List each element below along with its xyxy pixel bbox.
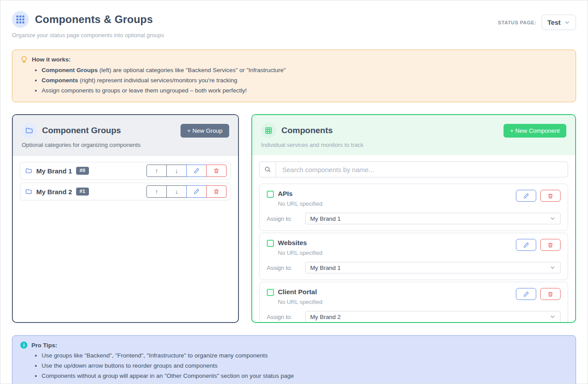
component-card: Websites No URL specified [259, 233, 568, 280]
delete-group-button[interactable] [206, 185, 227, 198]
group-name: My Brand 1 [36, 167, 72, 175]
component-actions [516, 288, 561, 300]
panels-row: Component Groups + New Group Optional ca… [12, 114, 576, 323]
groups-panel-subtitle: Optional categories for organizing compo… [22, 142, 229, 148]
search-components-input[interactable] [276, 161, 568, 177]
component-checkbox[interactable] [267, 289, 274, 296]
groups-panel-title: Component Groups [42, 126, 121, 135]
edit-component-button[interactable] [516, 288, 536, 300]
group-actions: ↑ ↓ [146, 185, 227, 198]
down-arrow-icon: ↓ [175, 188, 178, 195]
header-right: STATUS PAGE: Test [498, 15, 576, 30]
page-subtitle: Organize your status page components int… [12, 32, 164, 38]
how-it-works-item: Assign components to groups or leave the… [42, 85, 568, 96]
edit-group-button[interactable] [186, 185, 207, 198]
component-name: APIs [278, 190, 323, 197]
pro-tips-item: Components without a group will appear i… [42, 371, 568, 381]
components-list: APIs No URL specified [252, 155, 575, 322]
groups-panel-header: Component Groups + New Group Optional ca… [13, 115, 238, 156]
move-group-up-button[interactable]: ↑ [146, 165, 167, 177]
how-it-works-list: Component Groups (left) are optional cat… [42, 65, 568, 96]
pro-tips-item: Use groups like "Backend", "Frontend", "… [42, 350, 568, 361]
trash-icon [213, 168, 219, 174]
up-arrow-icon: ↑ [155, 167, 158, 174]
trash-icon [547, 291, 553, 297]
edit-component-button[interactable] [516, 239, 536, 251]
pro-tips-callout: i Pro Tips: Use groups like "Backend", "… [12, 335, 576, 384]
component-actions [516, 239, 561, 251]
component-url-status: No URL specified [278, 250, 323, 256]
component-actions [516, 190, 561, 202]
chevron-down-icon [564, 19, 570, 26]
assign-group-select[interactable]: My Brand 1 [305, 213, 561, 224]
components-panel-title: Components [281, 126, 333, 135]
new-component-button[interactable]: + New Component [503, 124, 566, 138]
assign-to-label: Assign to: [267, 314, 305, 320]
component-groups-panel: Component Groups + New Group Optional ca… [12, 114, 239, 323]
move-group-down-button[interactable]: ↓ [166, 165, 187, 177]
component-checkbox[interactable] [267, 191, 274, 198]
group-row: My Brand 1 #0 ↑ ↓ [20, 162, 231, 180]
how-it-works-callout: How it works: Component Groups (left) ar… [12, 50, 576, 102]
pro-tips-item: Use the up/down arrow buttons to reorder… [42, 361, 568, 371]
component-name: Websites [278, 239, 323, 246]
status-page-select[interactable]: Test [542, 15, 576, 30]
page-header: Components & Groups Organize your status… [12, 11, 576, 38]
page-title: Components & Groups [35, 13, 153, 26]
chevron-down-icon [550, 314, 556, 320]
component-card: Client Portal No URL specified [259, 282, 568, 322]
search-row [259, 161, 568, 177]
assign-to-label: Assign to: [267, 265, 305, 271]
grid-icon [261, 123, 276, 138]
assign-to-label: Assign to: [267, 215, 305, 222]
delete-component-button[interactable] [540, 288, 561, 300]
folder-icon [25, 167, 32, 174]
down-arrow-icon: ↓ [175, 167, 178, 174]
delete-component-button[interactable] [540, 239, 561, 251]
status-page-label: STATUS PAGE: [498, 20, 537, 25]
how-it-works-title: How it works: [32, 56, 71, 63]
group-order-badge: #0 [76, 167, 89, 175]
folder-icon [22, 123, 37, 138]
header-left: Components & Groups Organize your status… [12, 11, 164, 38]
component-checkbox[interactable] [267, 240, 274, 247]
delete-component-button[interactable] [540, 190, 561, 202]
component-card: APIs No URL specified [259, 184, 568, 231]
pencil-icon [523, 291, 529, 297]
lightbulb-icon [20, 56, 28, 63]
search-icon [259, 161, 276, 177]
how-it-works-item: Component Groups (left) are optional cat… [42, 65, 568, 75]
group-row: My Brand 2 #1 ↑ ↓ [20, 183, 231, 200]
how-it-works-item: Components (right) represent individual … [42, 75, 568, 85]
info-icon: i [20, 342, 27, 349]
assign-group-value: My Brand 1 [310, 265, 341, 271]
components-panel: Components + New Component Individual se… [251, 114, 576, 323]
folder-icon [25, 188, 32, 195]
groups-list: My Brand 1 #0 ↑ ↓ [13, 156, 238, 322]
group-actions: ↑ ↓ [146, 165, 227, 177]
move-group-down-button[interactable]: ↓ [166, 185, 187, 198]
components-panel-subtitle: Individual services and monitors to trac… [261, 142, 566, 148]
trash-icon [547, 193, 553, 199]
assign-group-value: My Brand 1 [310, 215, 341, 222]
pencil-icon [523, 242, 529, 248]
assign-group-select[interactable]: My Brand 1 [305, 262, 561, 273]
pro-tips-title: Pro Tips: [31, 342, 57, 349]
pro-tips-list: Use groups like "Backend", "Frontend", "… [42, 350, 568, 381]
edit-group-button[interactable] [186, 165, 207, 177]
components-panel-header: Components + New Component Individual se… [252, 115, 575, 155]
edit-component-button[interactable] [516, 190, 536, 202]
trash-icon [547, 242, 553, 248]
assign-group-select[interactable]: My Brand 2 [305, 311, 561, 322]
component-name: Client Portal [278, 288, 323, 296]
group-order-badge: #1 [76, 188, 89, 196]
up-arrow-icon: ↑ [155, 188, 158, 195]
new-group-button[interactable]: + New Group [181, 124, 229, 138]
status-page-select-value: Test [547, 19, 561, 26]
move-group-up-button[interactable]: ↑ [146, 185, 167, 198]
apps-grid-icon [12, 11, 29, 28]
assign-group-value: My Brand 2 [310, 314, 341, 320]
delete-group-button[interactable] [206, 165, 227, 177]
group-name: My Brand 2 [36, 188, 72, 196]
page: Components & Groups Organize your status… [0, 0, 588, 384]
